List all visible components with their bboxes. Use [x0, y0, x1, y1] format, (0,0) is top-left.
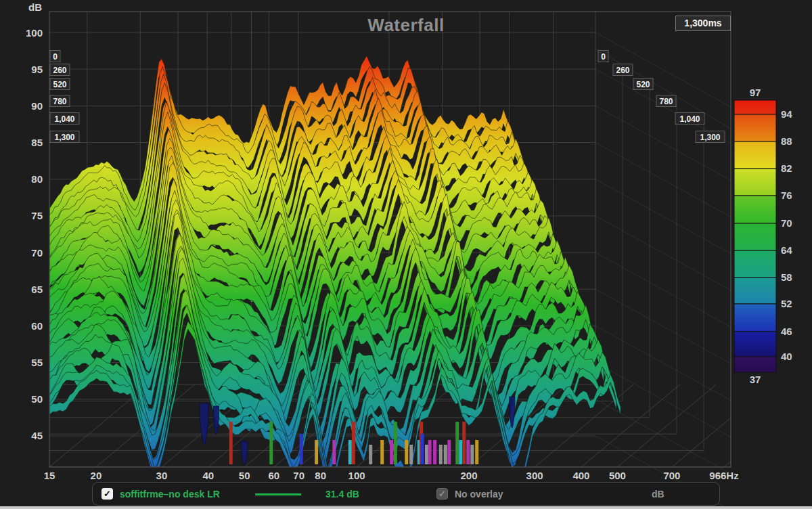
colorbar-label: 88	[781, 135, 792, 147]
x-tick-label: 700	[663, 470, 680, 481]
mode-marker	[462, 422, 466, 464]
waterfall-window: 1009590858075706560555045152030405060708…	[0, 0, 812, 509]
legend-bar: ✓ soffitfrme–no desk LR 31.4 dB ✓ No ove…	[92, 482, 720, 506]
colorbar-segment	[734, 100, 776, 114]
chart-title: Waterfall	[291, 15, 521, 36]
colorbar-label: 82	[781, 162, 792, 174]
colorbar-label: 52	[781, 298, 792, 309]
trace-label[interactable]: soffitfrme–no desk LR	[120, 489, 220, 500]
colorbar-segment	[734, 114, 776, 141]
y-tick-label: 55	[31, 357, 43, 368]
trace-checkbox[interactable]: ✓	[102, 488, 113, 500]
mode-marker	[229, 422, 233, 464]
y-tick-label: 65	[31, 284, 43, 295]
time-tick-value: 780	[659, 97, 673, 106]
colorbar-segment	[734, 223, 776, 250]
colorbar-segment	[734, 250, 776, 278]
mode-marker	[332, 440, 336, 464]
colorbar-segment	[734, 332, 776, 357]
checkmark-icon: ✓	[102, 488, 113, 500]
mode-marker	[466, 440, 470, 464]
mode-marker	[348, 440, 352, 464]
mode-marker	[475, 440, 478, 464]
x-tick-label: 400	[572, 470, 589, 481]
mode-marker	[405, 440, 408, 464]
time-tick-value: 0	[601, 52, 606, 62]
mode-marker	[409, 445, 413, 464]
overlay-checkbox[interactable]: ✓	[436, 488, 448, 500]
y-tick-label: 100	[26, 27, 43, 39]
mode-marker	[455, 422, 459, 464]
mode-marker	[394, 422, 397, 464]
mode-marker	[269, 422, 273, 464]
colorbar-segment	[734, 304, 776, 332]
colorbar-segment	[734, 357, 776, 372]
y-tick-label: 95	[31, 64, 43, 75]
x-tick-label: 60	[268, 470, 279, 481]
time-tick-value: 0	[53, 52, 58, 62]
time-tick-value: 1,300	[700, 133, 720, 142]
x-tick-label: 30	[156, 470, 168, 481]
colorbar: 979488827670645852464037	[734, 87, 792, 385]
colorbar-segment	[734, 141, 776, 169]
colorbar-label: 40	[781, 351, 792, 362]
y-tick-label: 50	[31, 393, 43, 405]
x-tick-label: 50	[239, 470, 250, 481]
mode-marker	[300, 434, 303, 464]
y-tick-label: 85	[31, 137, 43, 148]
x-tick-label: 300	[526, 470, 543, 481]
colorbar-label: 76	[781, 190, 792, 201]
x-tick-label: 40	[202, 470, 214, 481]
mode-marker	[315, 440, 318, 464]
mode-marker	[369, 445, 372, 464]
y-tick-label: 80	[31, 173, 43, 185]
y-tick-label: 45	[31, 430, 43, 441]
colorbar-label: 70	[781, 217, 792, 229]
x-tick-label: 20	[91, 470, 102, 481]
colorbar-segment	[734, 278, 776, 304]
colorbar-label: 37	[750, 374, 761, 385]
trace-level-value: 31.4 dB	[325, 489, 359, 500]
colorbar-segment	[734, 169, 776, 196]
mode-marker	[459, 440, 462, 464]
waterfall-surface	[49, 56, 621, 493]
legend-unit-label: dB	[652, 489, 664, 500]
time-tick-value: 1,300	[54, 133, 74, 142]
time-tick-value: 1,040	[54, 114, 74, 124]
y-tick-label: 60	[31, 320, 43, 332]
colorbar-label: 64	[781, 244, 792, 256]
mode-marker	[433, 440, 436, 464]
y-axis-unit-label: dB	[28, 1, 42, 13]
x-tick-label: 500	[609, 470, 626, 481]
mode-marker	[447, 440, 451, 464]
time-tick-value: 260	[616, 66, 629, 75]
time-tick-value: 520	[53, 80, 66, 89]
x-tick-label: 966Hz	[709, 470, 738, 481]
y-tick-label: 90	[31, 100, 43, 112]
time-tick-value: 520	[636, 80, 650, 89]
x-tick-label: 80	[315, 470, 326, 481]
overlay-label[interactable]: No overlay	[455, 489, 503, 500]
time-tick-value: 260	[53, 66, 66, 75]
time-window-badge[interactable]: 1,300ms	[675, 16, 731, 31]
colorbar-label: 97	[750, 87, 761, 98]
trace-color-swatch	[255, 493, 301, 495]
x-tick-label: 15	[44, 470, 55, 481]
x-tick-label: 70	[293, 470, 304, 481]
time-tick-value: 780	[53, 97, 66, 106]
mode-marker	[380, 440, 384, 464]
time-tick-value: 1,040	[679, 114, 700, 124]
x-tick-label: 200	[460, 470, 477, 481]
colorbar-segment	[734, 196, 776, 223]
mode-marker	[428, 440, 432, 464]
colorbar-label: 94	[781, 108, 792, 120]
mode-marker	[439, 445, 443, 464]
checkmark-icon: ✓	[437, 489, 447, 499]
mode-marker	[421, 434, 424, 464]
colorbar-label: 58	[781, 271, 792, 283]
bottom-strip	[0, 506, 812, 509]
colorbar-label: 46	[781, 326, 792, 337]
y-tick-label: 75	[31, 210, 43, 221]
x-tick-label: 100	[348, 470, 365, 481]
waterfall-chart[interactable]: 1009590858075706560555045152030405060708…	[0, 0, 812, 509]
